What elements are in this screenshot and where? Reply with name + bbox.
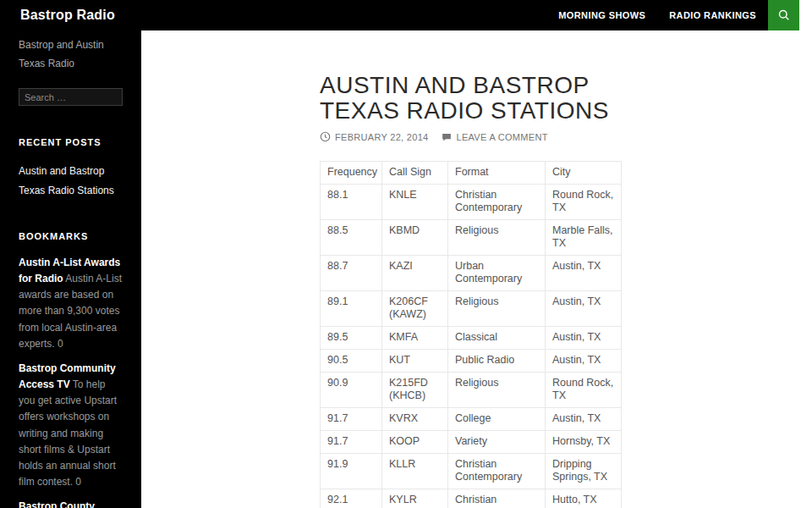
table-cell: 91.7	[321, 408, 382, 431]
recent-post-link[interactable]: Austin and Bastrop Texas Radio Stations	[19, 162, 123, 199]
table-cell: College	[448, 408, 546, 431]
clock-icon	[320, 131, 331, 142]
table-cell: KAZI	[382, 256, 448, 291]
table-cell: Marble Falls, TX	[546, 220, 622, 256]
bookmark-item: Bastrop County Amateur Radio Club Join u…	[19, 499, 123, 508]
stations-table-header-row: FrequencyCall SignFormatCity	[321, 162, 622, 185]
column-header: Format	[448, 162, 546, 185]
table-cell: KYLR	[382, 489, 448, 508]
column-header: City	[546, 162, 622, 185]
site-tagline: Bastrop and Austin Texas Radio	[19, 36, 123, 73]
table-cell: Christian Contemporary	[448, 185, 546, 220]
post-date: FEBRUARY 22, 2014	[320, 131, 428, 142]
search-button[interactable]	[768, 0, 799, 30]
table-cell: 90.9	[321, 373, 382, 408]
table-row: 89.1K206CF (KAWZ)ReligiousAustin, TX	[321, 291, 622, 327]
table-cell: KVRX	[382, 408, 448, 431]
table-row: 90.9K215FD (KHCB)ReligiousRound Rock, TX	[321, 373, 622, 408]
table-row: 90.5KUTPublic RadioAustin, TX	[321, 350, 622, 373]
bookmarks-list: Austin A-List Awards for Radio Austin A-…	[19, 255, 123, 508]
table-cell: KOOP	[382, 431, 448, 454]
table-cell: Round Rock, TX	[546, 185, 622, 220]
column-header: Frequency	[321, 162, 382, 185]
page-title: AUSTIN AND BASTROP TEXAS RADIO STATIONS	[320, 73, 633, 124]
nav-item-morning-shows[interactable]: MORNING SHOWS	[558, 10, 645, 20]
sidebar-search-input[interactable]	[19, 88, 123, 106]
table-cell: Round Rock, TX	[546, 373, 622, 408]
table-cell: 90.5	[321, 350, 382, 373]
table-row: 91.9KLLRChristian ContemporaryDripping S…	[321, 454, 622, 489]
table-cell: Variety	[448, 431, 546, 454]
leave-comment-link[interactable]: LEAVE A COMMENT	[456, 132, 547, 142]
entry-meta: FEBRUARY 22, 2014 LEAVE A COMMENT	[320, 131, 633, 142]
table-cell: 89.5	[321, 327, 382, 350]
table-cell: Austin, TX	[546, 327, 622, 350]
table-cell: Hornsby, TX	[546, 431, 622, 454]
table-cell: 89.1	[321, 291, 382, 327]
comments-meta: LEAVE A COMMENT	[442, 132, 547, 142]
table-cell: Christian Contemporary	[448, 489, 546, 508]
top-navbar: Bastrop Radio MORNING SHOWS RADIO RANKIN…	[0, 0, 799, 30]
site-title-link[interactable]: Bastrop Radio	[20, 8, 115, 23]
bookmark-description: To help you get active Upstart offers wo…	[19, 378, 117, 488]
table-cell: KLLR	[382, 454, 448, 489]
table-row: 92.1KYLRChristian ContemporaryHutto, TX	[321, 489, 622, 508]
bookmark-item: Bastrop Community Access TV To help you …	[19, 361, 123, 491]
table-cell: 88.1	[321, 185, 382, 220]
table-cell: KUT	[382, 350, 448, 373]
table-cell: 91.7	[321, 431, 382, 454]
table-cell: Religious	[448, 291, 546, 327]
table-cell: Classical	[448, 327, 546, 350]
table-cell: KMFA	[382, 327, 448, 350]
table-cell: Urban Contemporary	[448, 256, 546, 291]
table-cell: Austin, TX	[546, 291, 622, 327]
sidebar: Bastrop and Austin Texas Radio RECENT PO…	[0, 30, 141, 508]
recent-posts-heading: RECENT POSTS	[19, 137, 123, 147]
table-cell: Religious	[448, 220, 546, 256]
main-content: AUSTIN AND BASTROP TEXAS RADIO STATIONS …	[141, 30, 799, 508]
post-date-link[interactable]: FEBRUARY 22, 2014	[335, 132, 428, 142]
primary-nav: MORNING SHOWS RADIO RANKINGS	[558, 10, 756, 20]
table-row: 88.5KBMDReligiousMarble Falls, TX	[321, 220, 622, 256]
bookmark-item: Austin A-List Awards for Radio Austin A-…	[19, 255, 123, 352]
table-cell: Dripping Springs, TX	[546, 454, 622, 489]
table-cell: K206CF (KAWZ)	[382, 291, 448, 327]
table-row: 89.5KMFAClassicalAustin, TX	[321, 327, 622, 350]
table-cell: 88.5	[321, 220, 382, 256]
table-cell: KBMD	[382, 220, 448, 256]
table-cell: 92.1	[321, 489, 382, 508]
table-cell: 91.9	[321, 454, 382, 489]
table-cell: Public Radio	[448, 350, 546, 373]
table-cell: 88.7	[321, 256, 382, 291]
table-row: 88.1KNLEChristian ContemporaryRound Rock…	[321, 185, 622, 220]
nav-item-radio-rankings[interactable]: RADIO RANKINGS	[669, 10, 756, 20]
stations-table: FrequencyCall SignFormatCity 88.1KNLEChr…	[320, 161, 622, 508]
article: AUSTIN AND BASTROP TEXAS RADIO STATIONS …	[320, 30, 633, 508]
table-cell: Religious	[448, 373, 546, 408]
table-row: 91.7KOOPVarietyHornsby, TX	[321, 431, 622, 454]
recent-posts-list: Austin and Bastrop Texas Radio Stations	[19, 162, 123, 199]
bookmarks-heading: BOOKMARKS	[19, 231, 123, 241]
table-cell: Austin, TX	[546, 408, 622, 431]
bookmark-link[interactable]: Bastrop County Amateur Radio Club	[19, 500, 116, 508]
table-cell: Christian Contemporary	[448, 454, 546, 489]
comment-icon	[442, 132, 452, 142]
table-row: 88.7KAZIUrban ContemporaryAustin, TX	[321, 256, 622, 291]
table-cell: Austin, TX	[546, 256, 622, 291]
table-row: 91.7KVRXCollegeAustin, TX	[321, 408, 622, 431]
table-cell: KNLE	[382, 185, 448, 220]
table-cell: Austin, TX	[546, 350, 622, 373]
search-icon	[777, 8, 791, 22]
column-header: Call Sign	[382, 162, 448, 185]
table-cell: Hutto, TX	[546, 489, 622, 508]
table-cell: K215FD (KHCB)	[382, 373, 448, 408]
